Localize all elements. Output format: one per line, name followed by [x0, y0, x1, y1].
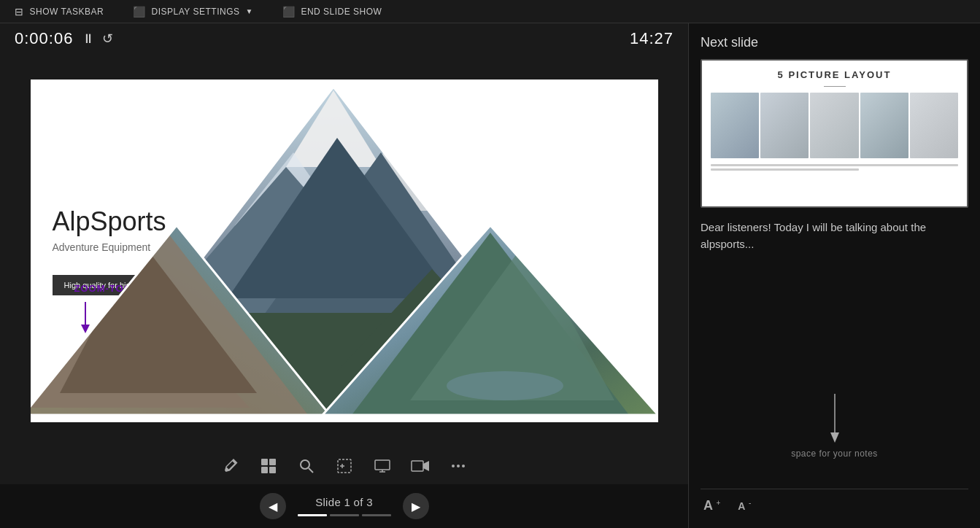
progress-dot-2: [330, 514, 359, 516]
next-slide-thumb-inner: 5 PICTURE LAYOUT: [702, 61, 967, 206]
svg-point-44: [462, 465, 465, 467]
taskbar-icon: ⊟: [15, 6, 24, 18]
prev-slide-btn[interactable]: ◀: [260, 493, 286, 519]
font-increase-icon: A: [703, 498, 713, 513]
monitor-icon: [374, 458, 390, 474]
svg-rect-37: [375, 460, 390, 470]
thumb-image-3: [810, 93, 858, 158]
show-taskbar-label: SHOW TASKBAR: [30, 7, 104, 17]
progress-dot-3: [362, 514, 391, 516]
next-slide-panel: Next slide 5 PICTURE LAYOUT: [688, 23, 980, 528]
prev-icon: ◀: [269, 500, 277, 513]
display-settings-btn[interactable]: ⬛ DISPLAY SETTINGS ▼: [133, 6, 253, 18]
notes-placeholder-area: space for your notes: [701, 360, 968, 489]
display-settings-label: DISPLAY SETTINGS: [152, 7, 240, 17]
thumb-text-line-2: [711, 168, 859, 171]
svg-rect-40: [412, 461, 423, 471]
timer-row: 0:00:06 ⏸ ↺ 14:27: [0, 23, 688, 54]
bottom-controls: [0, 448, 688, 484]
search-btn[interactable]: [290, 450, 323, 482]
svg-marker-46: [830, 432, 839, 443]
end-slideshow-btn[interactable]: ⬛ END SLIDE SHOW: [282, 6, 382, 18]
end-icon: ⬛: [282, 6, 296, 18]
svg-point-43: [457, 465, 460, 467]
next-icon: ▶: [412, 500, 420, 513]
video-btn[interactable]: [404, 450, 436, 482]
thumb-text-line-1: [711, 164, 958, 166]
svg-marker-41: [423, 461, 429, 471]
pen-tool-btn[interactable]: [215, 450, 247, 482]
timer-left: 0:00:06 ⏸ ↺: [15, 29, 113, 48]
next-slide-thumbnail: 5 PICTURE LAYOUT: [701, 59, 968, 208]
thumb-image-1: [711, 93, 759, 158]
thumb-text-lines: [711, 164, 958, 171]
pause-btn[interactable]: ⏸: [82, 31, 95, 47]
notes-placeholder-text: space for your notes: [791, 449, 878, 459]
pen-icon: [223, 458, 239, 474]
thumb-images: [711, 93, 958, 158]
top-toolbar: ⊟ SHOW TASKBAR ⬛ DISPLAY SETTINGS ▼ ⬛ EN…: [0, 0, 980, 23]
progress-dots: [298, 514, 391, 516]
svg-rect-28: [261, 459, 268, 465]
next-slide-btn[interactable]: ▶: [403, 493, 429, 519]
video-icon: [411, 458, 430, 474]
elapsed-timer: 0:00:06: [15, 29, 73, 48]
slide-preview-container: AlpSports Adventure Equipment High quali…: [0, 54, 688, 448]
search-icon: [298, 458, 315, 474]
thumb-title: 5 PICTURE LAYOUT: [711, 69, 958, 80]
svg-point-42: [452, 465, 455, 467]
slide-indicator: Slide 1 of 3: [315, 496, 373, 508]
notes-arrow-icon: [824, 390, 846, 449]
thumb-image-5: [910, 93, 958, 158]
pointer-btn[interactable]: [328, 450, 360, 482]
timer-controls: ⏸ ↺: [82, 31, 113, 47]
font-decrease-sup: -: [749, 499, 751, 507]
main-area: 0:00:06 ⏸ ↺ 14:27 AlpSports Adventure Eq…: [0, 23, 980, 528]
svg-rect-30: [261, 467, 268, 473]
notes-text: Dear listeners! Today I will be talking …: [701, 220, 968, 252]
presenter-panel: 0:00:06 ⏸ ↺ 14:27 AlpSports Adventure Eq…: [0, 23, 688, 528]
speaker-notes: Dear listeners! Today I will be talking …: [701, 220, 968, 349]
grid-view-btn[interactable]: [252, 450, 285, 482]
svg-point-24: [447, 371, 563, 400]
reset-btn[interactable]: ↺: [102, 31, 113, 47]
display-icon: ⬛: [133, 6, 146, 18]
more-btn[interactable]: [442, 450, 474, 482]
grid-icon: [261, 458, 277, 474]
thumb-image-4: [860, 93, 908, 158]
svg-rect-29: [269, 459, 276, 465]
nav-bar: ◀ Slide 1 of 3 ▶: [0, 484, 688, 528]
end-slideshow-label: END SLIDE SHOW: [301, 7, 382, 17]
decrease-font-btn[interactable]: A -: [735, 495, 754, 516]
dropdown-icon: ▼: [246, 7, 253, 15]
font-decrease-icon: A: [738, 500, 745, 512]
progress-dot-1: [298, 514, 327, 516]
font-increase-sup: +: [716, 499, 720, 507]
svg-point-32: [301, 460, 309, 469]
thumb-divider: [824, 86, 846, 87]
font-controls: A + A -: [701, 489, 968, 516]
svg-rect-31: [269, 467, 276, 473]
slide-preview: AlpSports Adventure Equipment High quali…: [31, 79, 658, 422]
pointer-icon: [336, 458, 352, 474]
slide-mountain-svg: [31, 79, 658, 422]
monitor-btn[interactable]: [366, 450, 398, 482]
next-slide-label: Next slide: [701, 35, 968, 50]
countdown-timer: 14:27: [630, 29, 674, 48]
svg-line-33: [309, 468, 313, 473]
thumb-image-2: [760, 93, 809, 158]
increase-font-btn[interactable]: A +: [701, 495, 723, 516]
more-icon: [450, 458, 466, 474]
show-taskbar-btn[interactable]: ⊟ SHOW TASKBAR: [15, 6, 104, 18]
